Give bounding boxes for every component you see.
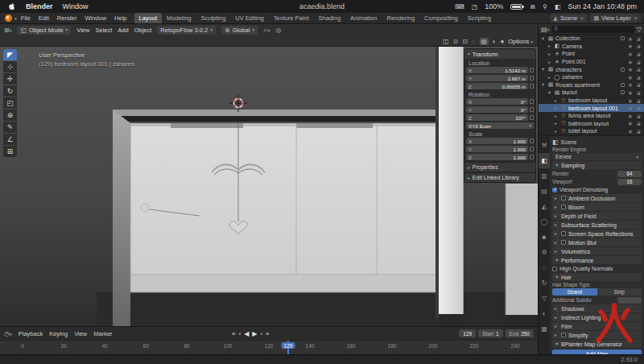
tab-layout[interactable]: Layout [134, 13, 163, 23]
menu-render[interactable]: Render [53, 14, 81, 22]
scale-x-field[interactable]: X1.000 [466, 138, 528, 144]
menu-file[interactable]: File [17, 14, 35, 22]
add-primitive-tool[interactable]: ⊞ [3, 146, 17, 157]
hide-eye-icon[interactable]: ◉ [627, 90, 634, 95]
view-layer-selector[interactable]: ▤ View Layer ✕ [590, 14, 641, 23]
outliner-item-royals-apartment[interactable]: ▼▤ Royals apartment ◉◪ [539, 81, 644, 89]
editor-type-icon[interactable]: ⊞▾ [4, 27, 11, 34]
move-tool[interactable]: ✛ [3, 73, 17, 85]
section-bloom[interactable]: ▸Bloom [552, 203, 642, 211]
section-screen-space-reflections[interactable]: ▸Screen Space Reflections [552, 230, 642, 238]
collection-checkbox[interactable] [621, 83, 625, 87]
lock-icon[interactable] [530, 155, 534, 159]
render-camera-icon[interactable]: ◪ [635, 67, 642, 72]
annotate-tool[interactable]: ✎ [3, 122, 17, 133]
tab-scene-icon[interactable]: ◭ [539, 199, 550, 214]
retopoflow-menu[interactable]: RetopoFlow 3.0.2 ▾ [157, 26, 216, 35]
select-box-tool[interactable]: ◤ [3, 49, 17, 60]
rotation-x-field[interactable]: X0° [466, 98, 528, 105]
rotation-y-field[interactable]: Y0° [466, 106, 528, 113]
location-x-field[interactable]: X1.5142 m [466, 67, 528, 73]
expand-icon[interactable]: ▸ [547, 43, 552, 48]
timeline-menu-keying[interactable]: Keying [49, 330, 68, 337]
expand-icon[interactable]: ▸ [547, 52, 552, 56]
outliner-item-living-area-layout[interactable]: ▸▽ living area layout ◉◪ [539, 112, 644, 120]
motion-blur-checkbox[interactable] [561, 240, 566, 245]
expand-icon[interactable]: ▸ [553, 121, 559, 126]
frame-end-field[interactable]: End250 [506, 329, 534, 337]
expand-icon[interactable]: ▸ [547, 60, 552, 64]
location-y-field[interactable]: Y2.667 m [466, 75, 528, 81]
mode-dropdown[interactable]: ◱ Object Mode ▾ [17, 26, 71, 35]
spotlight-icon[interactable]: ⚲ [543, 3, 547, 10]
cursor-tool[interactable]: ⊹ [3, 61, 17, 72]
expand-icon[interactable]: ▸ [553, 105, 559, 110]
menu-edit[interactable]: Edit [35, 14, 53, 22]
measure-tool[interactable]: ∠ [3, 134, 17, 145]
hide-eye-icon[interactable]: ◉ [627, 75, 634, 80]
outliner-item-collection[interactable]: ▼▤ Collection ◉◪ [539, 35, 644, 43]
control-center-icon[interactable]: ◧ [555, 3, 561, 10]
render-engine-dropdown[interactable]: Eevee▾ [552, 153, 642, 160]
viewport-menu-add[interactable]: Add [118, 27, 128, 34]
tab-view-layer-icon[interactable]: ▤ [539, 184, 550, 199]
viewport-menu-view[interactable]: View [76, 27, 89, 34]
tab-uv-editing[interactable]: UV Editing [230, 13, 268, 23]
previous-keyframe-button[interactable]: ‹ [238, 330, 241, 337]
outliner-search-input[interactable]: ⚲ [551, 26, 634, 33]
expand-icon[interactable]: ▸ [553, 129, 559, 134]
location-z-field[interactable]: Z0.00055 m [466, 83, 528, 89]
simplify-checkbox[interactable] [561, 333, 566, 337]
strand-option[interactable]: Strand [552, 288, 597, 296]
viewport-menu-select[interactable]: Select [95, 27, 112, 34]
bloom-checkbox[interactable] [561, 205, 566, 209]
viewport-denoising-checkbox[interactable] [552, 188, 557, 192]
render-camera-icon[interactable]: ◪ [635, 90, 642, 95]
shading-material-icon[interactable]: ◐ [493, 38, 497, 45]
tab-render-icon[interactable]: ◧ [539, 153, 550, 168]
current-frame-badge[interactable]: 129 [282, 342, 295, 349]
outliner-item-layout[interactable]: ▼▤ layout ◉◪ [539, 89, 644, 97]
shading-wireframe-icon[interactable]: ◌ [472, 38, 476, 45]
tab-object-icon[interactable]: ■ [539, 230, 550, 245]
hide-eye-icon[interactable]: ◉ [627, 121, 634, 126]
outliner-item-toilet-layout[interactable]: ▸▽ toilet layout ◉◪ [539, 127, 644, 135]
shading-rendered-icon[interactable]: ● [500, 38, 504, 45]
lock-icon[interactable] [530, 99, 534, 104]
section-subsurface-scattering[interactable]: ▸Subsurface Scattering [552, 221, 642, 229]
collection-checkbox[interactable] [621, 36, 625, 40]
hide-eye-icon[interactable]: ◉ [627, 114, 634, 118]
next-keyframe-button[interactable]: › [260, 330, 262, 337]
frame-start-field[interactable]: Start1 [478, 329, 502, 337]
collection-checkbox[interactable] [621, 68, 625, 72]
strip-option[interactable]: Strip [597, 288, 642, 296]
play-button[interactable]: ▶ [252, 330, 257, 337]
rotation-mode-dropdown[interactable]: XYZ Euler▾ [466, 122, 534, 129]
expand-icon[interactable]: ▸ [553, 98, 559, 103]
rotate-tool[interactable]: ↻ [3, 85, 17, 97]
tab-scripting[interactable]: Scripting [463, 13, 496, 23]
current-frame-field[interactable]: 129 [459, 329, 476, 337]
lock-icon[interactable] [530, 147, 534, 151]
ao-checkbox[interactable] [561, 196, 566, 201]
menubar-window-menu[interactable]: Window [63, 2, 89, 10]
render-samples-field[interactable]: 64 [617, 171, 642, 177]
rotation-z-field[interactable]: Z337° [466, 114, 528, 121]
render-camera-icon[interactable]: ◪ [635, 52, 642, 56]
tab-material-icon[interactable]: ◐ [539, 306, 550, 321]
lock-icon[interactable] [530, 84, 534, 89]
section-indirect-lighting[interactable]: ▸Indirect Lighting [552, 313, 642, 321]
lock-icon[interactable] [530, 139, 534, 143]
menu-window[interactable]: Window [80, 14, 110, 22]
outliner-item-point-001[interactable]: ▸☀ Point.001 ◉◪ [539, 58, 644, 66]
hide-eye-icon[interactable]: ◉ [627, 105, 634, 110]
scale-z-field[interactable]: Z1.000 [466, 154, 528, 160]
hide-eye-icon[interactable]: ◉ [627, 98, 634, 103]
hide-eye-icon[interactable]: ◉ [627, 67, 634, 72]
timeline-editor-type-icon[interactable]: ◷▾ [4, 330, 12, 337]
scale-y-field[interactable]: Y1.000 [466, 146, 528, 152]
timeline-ruler[interactable]: 0 20 40 60 80 100 120 140 160 180 200 22… [0, 340, 538, 354]
section-film[interactable]: ▸Film [552, 322, 642, 330]
wifi-icon[interactable]: ⋒ [530, 3, 535, 10]
view-layer-unlink-icon[interactable]: ✕ [634, 15, 638, 21]
